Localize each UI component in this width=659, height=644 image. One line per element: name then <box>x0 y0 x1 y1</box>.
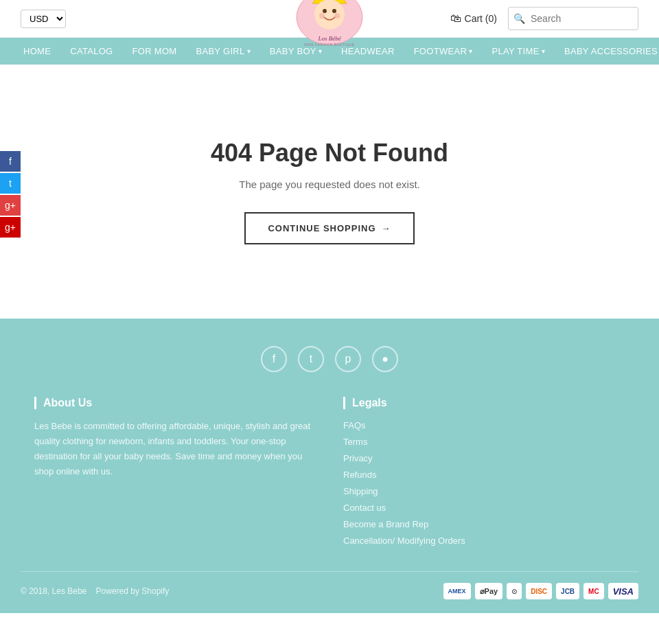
shipping-link[interactable]: Shipping <box>343 486 378 496</box>
currency-selector-area: USD EUR GBP <box>21 10 66 28</box>
main-content: 404 Page Not Found The page you requeste… <box>0 65 659 319</box>
about-title: About Us <box>34 397 316 409</box>
payment-icons: AMEX ⌀Pay ⊙ DISC JCB MC VISA <box>443 583 638 599</box>
facebook-sidebar-btn[interactable]: f <box>0 151 21 172</box>
googleplus-sidebar-btn2[interactable]: g+ <box>0 217 21 238</box>
twitter-icon: t <box>310 353 312 365</box>
discover-icon: DISC <box>526 583 552 599</box>
nav-for-mom[interactable]: FOR MOM <box>123 38 187 65</box>
twitter-sidebar-btn[interactable]: t <box>0 173 21 194</box>
svg-point-6 <box>334 13 340 19</box>
jcb-icon: JCB <box>556 583 579 599</box>
brand-rep-link[interactable]: Become a Brand Rep <box>343 519 428 529</box>
list-item: Shipping <box>343 485 625 497</box>
footer-bottom: © 2018, Les Bebe Powered by Shopify AMEX… <box>21 571 638 599</box>
svg-text:Los Bébé: Los Bébé <box>317 35 341 42</box>
googleplus-icon: g+ <box>5 200 16 211</box>
list-item: Privacy <box>343 452 625 464</box>
instagram-icon: ● <box>382 353 389 365</box>
facebook-icon: f <box>9 156 12 167</box>
list-item: Terms <box>343 435 625 448</box>
search-input[interactable] <box>508 7 638 30</box>
about-text: Les Bebe is committed to offering afford… <box>34 419 316 479</box>
list-item: Cancellation/ Modifying Orders <box>343 534 625 547</box>
googleplus-sidebar-btn1[interactable]: g+ <box>0 195 21 216</box>
svg-point-3 <box>323 9 327 13</box>
cart-icon: 🛍 <box>450 12 461 25</box>
logo-link[interactable]: Los Bébé KIDS FASHION BOUTIQUE <box>295 37 364 49</box>
nav-baby-accessories[interactable]: BABY ACCESSORIES ▾ <box>555 38 659 65</box>
pinterest-icon: p <box>345 353 351 365</box>
error-title: 404 Page Not Found <box>211 139 448 168</box>
mastercard-icon: MC <box>583 583 604 599</box>
logo-image: Los Bébé KIDS FASHION BOUTIQUE <box>295 0 364 47</box>
visa-icon: VISA <box>608 583 638 599</box>
header: USD EUR GBP Los Bébé <box>0 0 659 38</box>
chevron-down-icon: ▾ <box>469 47 472 55</box>
logo-container: Los Bébé KIDS FASHION BOUTIQUE <box>295 0 364 49</box>
cart-label: Cart (0) <box>465 13 497 24</box>
terms-link[interactable]: Terms <box>343 437 367 447</box>
share-icon: g+ <box>5 222 16 233</box>
amex-icon: AMEX <box>443 583 471 599</box>
contact-link[interactable]: Contact us <box>343 503 386 513</box>
cancellation-link[interactable]: Cancellation/ Modifying Orders <box>343 536 465 546</box>
continue-shopping-button[interactable]: CONTINUE SHOPPING → <box>244 212 414 244</box>
footer-twitter-link[interactable]: t <box>298 346 324 372</box>
social-sidebar: f t g+ g+ <box>0 151 21 238</box>
footer-social-icons: f t p ● <box>21 346 638 372</box>
nav-play-time[interactable]: PLAY TIME ▾ <box>482 38 555 65</box>
facebook-icon: f <box>273 353 275 365</box>
svg-text:KIDS FASHION BOUTIQUE: KIDS FASHION BOUTIQUE <box>304 43 354 47</box>
currency-select[interactable]: USD EUR GBP <box>21 10 66 28</box>
privacy-link[interactable]: Privacy <box>343 453 373 463</box>
footer-about-col: About Us Les Bebe is committed to offeri… <box>34 397 316 551</box>
apple-pay-icon: ⌀Pay <box>475 583 503 599</box>
search-wrap: 🔍 <box>508 7 638 30</box>
list-item: FAQs <box>343 419 625 431</box>
footer-legals-col: Legals FAQs Terms Privacy Refunds Shippi… <box>343 397 625 551</box>
search-icon: 🔍 <box>513 13 525 24</box>
nav-baby-girl[interactable]: BABY GIRL ▾ <box>186 38 259 65</box>
svg-point-2 <box>314 0 345 30</box>
footer-instagram-link[interactable]: ● <box>372 346 398 372</box>
list-item: Contact us <box>343 501 625 514</box>
legals-links: FAQs Terms Privacy Refunds Shipping Cont… <box>343 419 625 547</box>
faqs-link[interactable]: FAQs <box>343 420 366 430</box>
footer: f t p ● About Us Les Bebe is committed t… <box>0 319 659 613</box>
chevron-down-icon: ▾ <box>542 47 545 55</box>
list-item: Refunds <box>343 468 625 481</box>
chevron-down-icon: ▾ <box>247 47 251 55</box>
svg-point-4 <box>332 9 336 13</box>
legals-title: Legals <box>343 397 625 409</box>
twitter-icon: t <box>9 178 12 189</box>
svg-point-5 <box>319 13 325 19</box>
powered-by-link[interactable]: Powered by Shopify <box>96 586 170 596</box>
error-subtitle: The page you requested does not exist. <box>239 179 420 190</box>
copyright: © 2018, Les Bebe Powered by Shopify <box>21 586 169 596</box>
footer-facebook-link[interactable]: f <box>261 346 287 372</box>
nav-footwear[interactable]: FOOTWEAR ▾ <box>404 38 483 65</box>
cart-link[interactable]: 🛍 Cart (0) <box>450 12 497 25</box>
nav-catalog[interactable]: CATALOG <box>60 38 122 65</box>
refunds-link[interactable]: Refunds <box>343 470 376 480</box>
diners-icon: ⊙ <box>507 583 522 599</box>
header-right: 🛍 Cart (0) 🔍 <box>450 7 638 30</box>
list-item: Become a Brand Rep <box>343 518 625 530</box>
nav-home[interactable]: HOME <box>14 38 60 65</box>
footer-columns: About Us Les Bebe is committed to offeri… <box>21 397 638 551</box>
footer-pinterest-link[interactable]: p <box>335 346 361 372</box>
